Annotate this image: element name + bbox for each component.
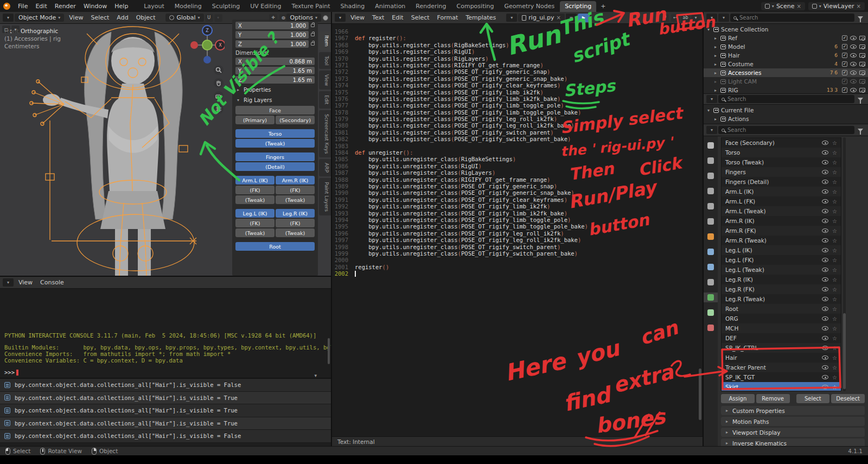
solo-star-icon[interactable] [832,247,837,253]
editor-options-icon[interactable]: ▾ [692,14,700,22]
code-line[interactable]: 1999 bpy.utils.unregister_class(POSE_OT_… [332,250,703,257]
run-script-button[interactable]: ▶ [578,14,590,22]
word-wrap-toggle-icon[interactable]: ↩ [671,14,679,22]
add-workspace-button[interactable]: + [597,2,609,11]
exclude-checkbox[interactable] [842,79,847,84]
expand-icon[interactable]: ▾ [706,27,711,32]
expand-icon[interactable] [706,108,711,113]
visibility-eye-icon[interactable] [822,160,828,164]
navigation-gizmo[interactable]: Z X [190,24,225,66]
viewlayer-selector[interactable]: ▾ ViewLayer × [808,2,865,10]
visibility-eye-icon[interactable] [822,385,828,389]
solo-star-icon[interactable] [832,199,837,205]
workspace-tab[interactable]: Animation [370,1,410,12]
bone-collection-row[interactable]: Arm.L (IK) [722,187,841,196]
scene-selector[interactable]: ▾ Scene × [761,2,805,10]
button-Assign[interactable]: Assign [721,394,755,403]
blender-logo-icon[interactable] [3,3,10,10]
visibility-eye-icon[interactable] [822,346,828,350]
menu-item[interactable]: Add [113,13,132,22]
search-input[interactable]: Search [730,14,854,22]
code-line[interactable]: 1994 bpy.utils.unregister_class(POSE_OT_… [332,217,703,223]
dimension-field[interactable]: X 0.868 m [235,58,315,65]
code-line[interactable]: 1971 bpy.utils.register_class(RIGIFY_OT_… [332,62,703,68]
solo-star-icon[interactable] [832,189,837,195]
solo-star-icon[interactable] [832,218,837,224]
rig-layer-button[interactable]: Fingers [235,152,315,161]
visibility-eye-icon[interactable] [822,316,828,321]
visibility-eye-icon[interactable] [822,277,828,282]
code-line[interactable]: 1979 bpy.utils.register_class(POSE_OT_ri… [332,116,703,122]
bone-collection-row[interactable]: Hair [722,353,841,363]
disable-render-camera-icon[interactable] [859,79,865,84]
code-line[interactable]: 1967def register(): [332,35,703,41]
rig-layer-button[interactable]: (FK) [235,219,275,227]
rig-layer-button[interactable]: (Tweak) [235,195,275,204]
properties-tab-material[interactable] [704,323,718,333]
properties-tab-view-layer[interactable] [704,186,718,196]
workspace-tab[interactable]: Compositing [452,1,499,12]
syntax-highlight-toggle-icon[interactable]: ab [681,14,690,22]
hide-viewport-eye-icon[interactable] [850,71,857,75]
visibility-eye-icon[interactable] [822,365,828,370]
code-line[interactable]: 1974 bpy.utils.register_class(POSE_OT_ri… [332,82,703,88]
outliner-row[interactable]: ▸ Costume 4 [704,60,868,68]
code-line[interactable]: 1985 bpy.utils.unregister_class(RigBakeS… [332,156,703,162]
code-line[interactable]: 1996 bpy.utils.unregister_class(POSE_OT_… [332,230,703,237]
solo-star-icon[interactable] [832,374,837,380]
text-datablock[interactable]: rig_ui.py × [518,14,564,22]
shading-rendered-icon[interactable] [323,15,328,21]
filter-icon[interactable] [858,129,863,132]
code-line[interactable]: 1989 bpy.utils.unregister_class(POSE_OT_… [332,183,703,189]
solo-star-icon[interactable] [832,208,837,214]
properties-tab-object-data[interactable] [704,293,718,302]
info-log-divider[interactable]: ▾ [0,378,331,379]
text-datablock-browse-icon[interactable]: ▾ [506,14,517,22]
panel-header[interactable]: ▸ Custom Properties [721,406,865,415]
bone-collection-row[interactable]: Leg.R (FK) [722,284,841,294]
editor-type-icon[interactable]: ▾ [706,14,717,22]
bone-collection-row[interactable]: Arm.R (FK) [722,226,841,236]
properties-tab-constraints[interactable] [704,277,718,287]
expand-icon[interactable]: ▸ [713,62,718,67]
solo-star-icon[interactable] [832,179,837,185]
chevron-down-icon[interactable]: ▾ [314,373,317,378]
menu-item[interactable]: View [15,278,36,287]
bone-collection-row[interactable]: Fingers [722,167,841,177]
npanel-tab[interactable]: View [319,71,331,90]
search-input[interactable]: Search [718,126,854,134]
editor-type-icon[interactable]: ▾ [335,14,346,22]
expand-icon[interactable]: ▸ [235,87,241,92]
properties-tab-bone[interactable] [704,308,718,317]
outliner-row[interactable]: ▸ Model 6 [704,42,868,51]
code-line[interactable]: 1987 bpy.utils.unregister_class(RigLayer… [332,169,703,176]
solo-star-icon[interactable] [832,140,837,146]
visibility-eye-icon[interactable] [822,258,828,262]
rig-layer-button[interactable]: (FK) [276,186,315,194]
disable-render-camera-icon[interactable] [859,88,865,92]
disable-render-camera-icon[interactable] [859,45,865,49]
rig-layer-button[interactable]: Leg.R (IK) [276,209,315,218]
bone-collection-row[interactable]: Arm.R (Tweak) [722,236,841,245]
menu-item[interactable]: Object [132,13,159,22]
solo-star-icon[interactable] [832,169,837,175]
visibility-eye-icon[interactable] [822,336,828,340]
visibility-eye-icon[interactable] [822,199,828,204]
npanel-tab[interactable]: Screencast Keys [319,110,331,158]
editor-type-icon[interactable]: ▾ [3,278,14,287]
datablock-row[interactable]: ▸ Actions [704,115,868,123]
code-line[interactable]: 1976 bpy.utils.register_class(POSE_OT_ri… [332,96,703,102]
properties-tab-object[interactable] [704,232,718,241]
visibility-eye-icon[interactable] [822,326,828,330]
exclude-checkbox[interactable] [842,44,847,49]
code-line[interactable]: 1973 bpy.utils.register_class(POSE_OT_ri… [332,75,703,82]
disable-render-camera-icon[interactable] [859,62,865,66]
console-input[interactable]: >>> [4,369,327,376]
panel-header[interactable]: ▸ Properties [235,85,315,94]
menu-item[interactable]: Console [36,278,68,287]
menu-item[interactable]: Edit [31,2,50,11]
outliner-row[interactable]: ▸ Light CAM [704,77,868,86]
bone-collection-row[interactable]: Torso (Tweak) [722,157,841,167]
menu-item[interactable]: Window [80,2,111,11]
properties-tab-world[interactable] [704,217,718,226]
